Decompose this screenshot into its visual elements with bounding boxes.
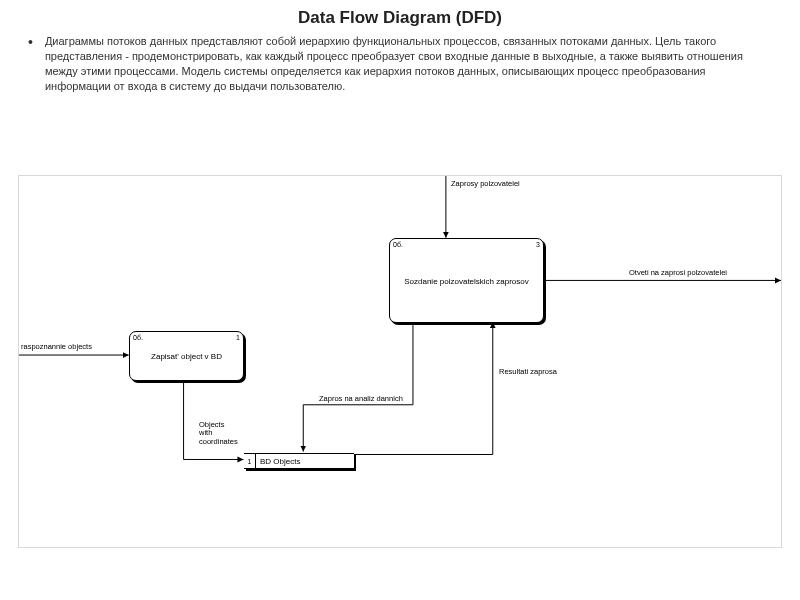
flow-label-in-left: raspoznannie objects — [21, 343, 92, 351]
node-id-left: 0б. — [393, 241, 403, 248]
node-label: Zapisat' object v BD — [130, 352, 243, 361]
flow-label-objects-coords: Objects with coordinates — [199, 421, 238, 446]
flow-label-query: Zapros na analiz dannich — [319, 395, 403, 403]
description-block: • Диаграммы потоков данных представляют … — [0, 28, 800, 93]
node-label: Sozdanie polzovatelskich zaprosov — [390, 276, 543, 285]
node-id-right: 1 — [236, 334, 240, 341]
node-id-left: 0б. — [133, 334, 143, 341]
dfd-diagram: 0б. 1 Zapisat' object v BD 0б. 3 Sozdani… — [19, 176, 781, 547]
description-text: Диаграммы потоков данных представляют со… — [45, 34, 772, 93]
data-store-bd-objects: 1 BD Objects — [244, 453, 354, 469]
process-node-1: 0б. 1 Zapisat' object v BD — [129, 331, 244, 381]
store-label: BD Objects — [256, 457, 300, 466]
process-node-3: 0б. 3 Sozdanie polzovatelskich zaprosov — [389, 238, 544, 323]
node-id-right: 3 — [536, 241, 540, 248]
diagram-frame: 0б. 1 Zapisat' object v BD 0б. 3 Sozdani… — [18, 175, 782, 548]
store-id: 1 — [244, 454, 256, 468]
flow-label-results: Resultati zaprosa — [499, 368, 557, 376]
flow-label-out-right: Otveti na zaprosi polzovatelei — [629, 269, 727, 277]
bullet-icon: • — [28, 34, 45, 93]
page-title: Data Flow Diagram (DFD) — [0, 0, 800, 28]
flow-label-in-top: Zaprosy polzovatelei — [451, 180, 520, 188]
